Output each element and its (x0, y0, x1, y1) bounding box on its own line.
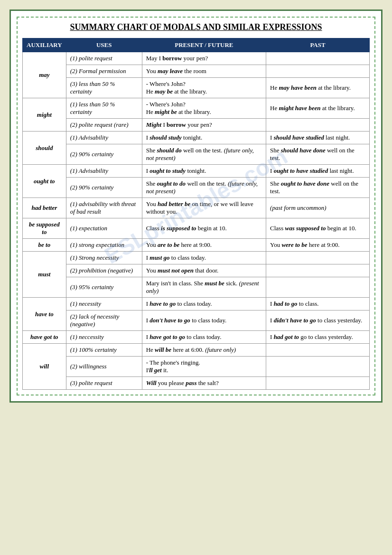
table-row: (2) lack of necessity (negative)I don't … (23, 310, 370, 331)
cell-uses: (2) 90% certainty (66, 144, 142, 165)
cell-uses: (2) polite request (rare) (66, 119, 142, 132)
cell-present: I must go to class today. (142, 252, 266, 264)
table-row: have to(1) necessityI have to go to clas… (23, 298, 370, 310)
table-row: be to(1) strong expectationYou are to be… (23, 239, 370, 252)
cell-auxiliary: might (23, 98, 66, 132)
cell-present: Might I borrow your pen? (142, 119, 266, 132)
cell-past (266, 264, 370, 277)
cell-past: I ought to have studied last night. (266, 165, 370, 178)
modals-table: AUXILIARY USES PRESENT / FUTURE PAST may… (22, 38, 370, 390)
table-row: be supposed to(1) expectationClass is su… (23, 218, 370, 239)
cell-past: Class was supposed to begin at 10. (266, 218, 370, 239)
cell-present: She should do well on the test. (future … (142, 144, 266, 165)
cell-present: I ought to study tonight. (142, 165, 266, 178)
cell-present: She ought to do well on the test. (futur… (142, 178, 266, 198)
cell-auxiliary: had better (23, 198, 66, 218)
cell-present: May I borrow your pen? (142, 52, 266, 65)
cell-uses: (2) willingness (66, 357, 142, 377)
table-header-row: AUXILIARY USES PRESENT / FUTURE PAST (23, 38, 370, 52)
cell-present: Mary isn't in class. She must be sick. (… (142, 277, 266, 298)
cell-past: I had to go to class. (266, 298, 370, 310)
cell-present: - Where's John?He may be at the library. (142, 78, 266, 98)
border-pattern: ESLprintables.com SUMMARY CHART OF MODAL… (17, 17, 375, 395)
cell-present: You may leave the room (142, 65, 266, 78)
cell-past: I should have studied last night. (266, 132, 370, 144)
table-row: may(1) polite requestMay I borrow your p… (23, 52, 370, 65)
cell-past (266, 277, 370, 298)
cell-present: - Where's John?He might be at the librar… (142, 98, 266, 119)
cell-past: I didn't have to go to class yesterday. (266, 310, 370, 331)
cell-past (266, 357, 370, 377)
cell-past: You were to be here at 9:00. (266, 239, 370, 252)
table-row: (2) polite request (rare)Might I borrow … (23, 119, 370, 132)
page-title: SUMMARY CHART OF MODALS AND SIMILAR EXPR… (22, 22, 370, 32)
cell-uses: (2) 90% certainty (66, 178, 142, 198)
table-row: have got to(1) neccessityI have got to g… (23, 331, 370, 344)
cell-uses: (3) less than 50 % certainty (66, 78, 142, 98)
cell-uses: (2) lack of necessity (negative) (66, 310, 142, 331)
cell-uses: (1) expectation (66, 218, 142, 239)
cell-uses: (1) Strong necessity (66, 252, 142, 264)
header-uses: USES (66, 38, 142, 52)
cell-uses: (1) Advisability (66, 132, 142, 144)
cell-uses: (3) polite request (66, 377, 142, 390)
cell-present: You must not open that door. (142, 264, 266, 277)
table-row: (2) 90% certaintyShe ought to do well on… (23, 178, 370, 198)
cell-uses: (1) Advisability (66, 165, 142, 178)
cell-past: I had got to go to class yesterday. (266, 331, 370, 344)
table-row: (2) 90% certaintyShe should do well on t… (23, 144, 370, 165)
table-row: might(1) less than 50 % certainty- Where… (23, 98, 370, 119)
cell-present: I have to go to class today. (142, 298, 266, 310)
cell-present: You are to be here at 9:00. (142, 239, 266, 252)
cell-uses: (1) neccessity (66, 331, 142, 344)
table-row: should(1) AdvisabilityI should study ton… (23, 132, 370, 144)
table-row: (2) Formal permissionYou may leave the r… (23, 65, 370, 78)
cell-uses: (1) necessity (66, 298, 142, 310)
cell-present: I don't have to go to class today. (142, 310, 266, 331)
header-past: PAST (266, 38, 370, 52)
table-row: must(1) Strong necessityI must go to cla… (23, 252, 370, 264)
cell-present: Will you please pass the salt? (142, 377, 266, 390)
cell-uses: (1) polite request (66, 52, 142, 65)
header-auxiliary: AUXILIARY (23, 38, 66, 52)
cell-auxiliary: will (23, 344, 66, 390)
cell-uses: (3) 95% certainty (66, 277, 142, 298)
cell-past: She ought to have done well on the test. (266, 178, 370, 198)
cell-auxiliary: ought to (23, 165, 66, 198)
cell-auxiliary: have got to (23, 331, 66, 344)
cell-auxiliary: be supposed to (23, 218, 66, 239)
cell-present: You had better be on time, or we will le… (142, 198, 266, 218)
cell-past: She should have done well on the test. (266, 144, 370, 165)
cell-present: I have got to go to class today. (142, 331, 266, 344)
cell-uses: (1) advisability with threat of bad resu… (66, 198, 142, 218)
cell-past (266, 344, 370, 357)
cell-past: (past form uncommon) (266, 198, 370, 218)
table-row: will(1) 100% certaintyHe will be here at… (23, 344, 370, 357)
table-row: (3) 95% certaintyMary isn't in class. Sh… (23, 277, 370, 298)
cell-past (266, 119, 370, 132)
header-present: PRESENT / FUTURE (142, 38, 266, 52)
cell-uses: (2) prohibition (negative) (66, 264, 142, 277)
cell-auxiliary: should (23, 132, 66, 165)
page-container: ESLprintables.com SUMMARY CHART OF MODAL… (9, 9, 383, 403)
table-row: had better(1) advisability with threat o… (23, 198, 370, 218)
table-row: (2) willingness- The phone's ringing.I'l… (23, 357, 370, 377)
cell-past: He may have been at the library. (266, 78, 370, 98)
cell-present: I should study tonight. (142, 132, 266, 144)
cell-past (266, 252, 370, 264)
cell-past: He might have been at the library. (266, 98, 370, 119)
cell-uses: (2) Formal permission (66, 65, 142, 78)
cell-uses: (1) 100% certainty (66, 344, 142, 357)
cell-auxiliary: have to (23, 298, 66, 331)
table-row: ought to(1) AdvisabilityI ought to study… (23, 165, 370, 178)
cell-uses: (1) less than 50 % certainty (66, 98, 142, 119)
table-row: (3) polite requestWill you please pass t… (23, 377, 370, 390)
cell-past (266, 65, 370, 78)
cell-auxiliary: must (23, 252, 66, 298)
cell-past (266, 377, 370, 390)
cell-present: He will be here at 6:00. (future only) (142, 344, 266, 357)
cell-present: Class is supposed to begin at 10. (142, 218, 266, 239)
cell-present: - The phone's ringing.I'll get it. (142, 357, 266, 377)
cell-auxiliary: be to (23, 239, 66, 252)
cell-auxiliary: may (23, 52, 66, 98)
